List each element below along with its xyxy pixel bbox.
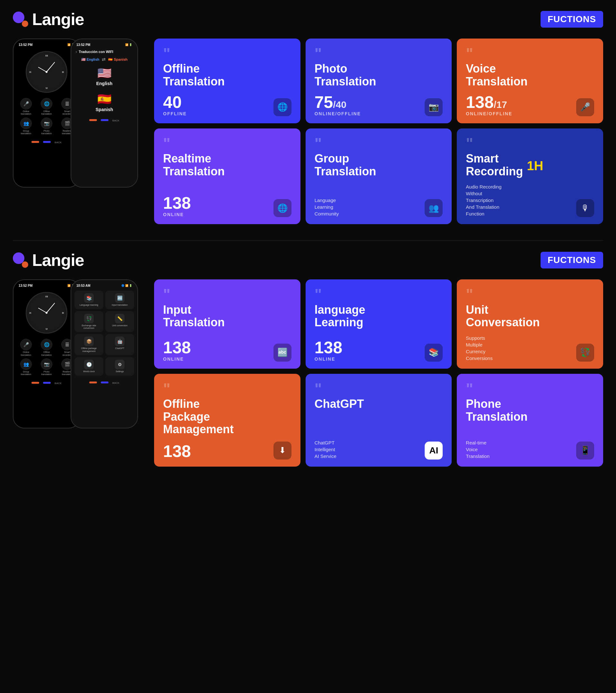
card-icon-btn[interactable]: ⬇ [273, 441, 291, 459]
fuctions-badge-2: FUCTIONS [540, 252, 603, 269]
group-icon: 👥 [20, 358, 32, 370]
card-status: ONLINE [163, 356, 191, 362]
card-language-learning: " languageLearning 138 ONLINE 📚 [306, 279, 452, 369]
list-item[interactable]: 🕐 World clock [75, 357, 103, 375]
card-count: 138 [163, 443, 191, 459]
phone-2a-bottom: BACK [15, 379, 78, 387]
card-icon-btn[interactable]: 🌐 [273, 98, 291, 116]
menu-item-label: Offline packagemanagement [81, 347, 97, 353]
back-label-2b: BACK [112, 381, 119, 384]
phone-2a-time: 13:52 PM [19, 284, 33, 288]
phone-1a-grid: 🎤 Onlinetranslation 🌐 Offlinetranslation… [15, 96, 78, 137]
cards-grid-1: " OfflineTranslation 40 OFFLINE 🌐 " Phot… [154, 39, 603, 224]
phone-icon-label: Grouptranslation [21, 130, 31, 135]
list-item[interactable]: 👥 Grouptranslation [17, 358, 35, 376]
menu-item-label: Exchange rateconversion [82, 324, 96, 330]
quote-icon: " [466, 47, 594, 60]
phone2-nav: ‹ Traducción con WIFI [73, 48, 136, 56]
phone-2a-status: 13:52 PM 📶 🔋 [15, 283, 78, 289]
flag-us-icon: 🇺🇸 [97, 66, 112, 80]
card-bottom: Real-timeVoiceTranslation 📱 [466, 439, 594, 459]
lang-to: 🇪🇸 Spanish [108, 58, 127, 62]
card-voice-translation: " VoiceTranslation 138 /17 ONLINE/OFFLIN… [457, 39, 603, 123]
back-label-1: BACK [55, 141, 62, 144]
card-title: ChatGPT [314, 398, 443, 410]
back-arrow-icon: ‹ [76, 50, 77, 54]
bar-orange-1 [32, 141, 39, 143]
globe-icon: 🌐 [41, 339, 52, 350]
card-count: 138 [163, 339, 191, 356]
list-item[interactable]: 🎤 Onlinetranslation [17, 98, 35, 116]
card-icon-btn[interactable]: 💱 [576, 343, 594, 362]
card-smart-recording: " SmartRecording 1H Audio RecordingWitho… [457, 128, 603, 224]
content-area-2: 13:52 PM 📶 🔋 XII III VI IX [13, 279, 603, 467]
card-icon-btn[interactable]: AI [425, 441, 443, 459]
camera-icon: 📷 [41, 118, 52, 129]
settings-icon: ⚙ [115, 360, 125, 369]
menu-item-label: Language learning [80, 304, 98, 306]
card-bottom: LanguageLearningCommunity 👥 [314, 197, 443, 217]
phone-1b-icons: 📶 🔋 [125, 43, 132, 46]
card-desc: Audio RecordingWithoutTranscriptionAnd T… [466, 183, 501, 217]
book-icon: 📚 [84, 293, 94, 303]
section-1: Langie FUCTIONS 13:52 PM 📶 🔋 XII [0, 0, 616, 240]
logo-1: Langie [13, 9, 84, 29]
card-count-sub: /17 [494, 99, 507, 110]
phone-icon-label: Offlinetranslation [41, 351, 52, 356]
header-1: Langie FUCTIONS [13, 9, 603, 29]
logo-text-1: Langie [32, 9, 84, 29]
list-item[interactable]: 📦 Offline packagemanagement [75, 334, 103, 355]
card-title: InputTranslation [163, 303, 291, 329]
flag-english: 🇺🇸 English [96, 66, 113, 86]
list-item[interactable]: ⚙ Settings [105, 357, 134, 375]
phone-2a: 13:52 PM 📶 🔋 XII III VI IX [13, 279, 80, 429]
list-item[interactable]: 🌐 Offlinetranslation [37, 339, 56, 356]
phone-1a-status: 13:52 PM 📶 🔋 [15, 42, 78, 48]
quote-icon: " [314, 137, 443, 150]
card-icon-btn[interactable]: 🎙 [576, 199, 594, 217]
logo-text-2: Langie [32, 251, 84, 270]
card-bottom: 138 ONLINE 📚 [314, 339, 443, 362]
card-group-translation: " GroupTranslation LanguageLearningCommu… [306, 128, 452, 224]
card-desc: LanguageLearningCommunity [314, 197, 339, 217]
card-title: SmartRecording [466, 152, 523, 178]
card-icon-btn[interactable]: 👥 [425, 199, 443, 217]
phone-2a-clock: XII III VI IX [15, 289, 78, 337]
card-icon-btn[interactable]: 🔤 [273, 343, 291, 362]
section-2: Langie FUCTIONS 13:52 PM 📶 🔋 XII [0, 241, 616, 483]
phone-1a-bottom: BACK [15, 138, 78, 146]
card-icon-btn[interactable]: 📚 [425, 343, 443, 362]
ruler-icon: 📏 [115, 314, 125, 323]
card-icon-btn[interactable]: 🎤 [576, 98, 594, 116]
list-item[interactable]: 🎤 Onlinetranslation [17, 339, 35, 356]
list-item[interactable]: 📷 Phototranslation [37, 118, 56, 135]
cn-12: XII [45, 55, 48, 57]
card-count-sub: /40 [333, 99, 347, 110]
clock-face-2: XII III VI IX [26, 292, 67, 334]
list-item[interactable]: 📷 Phototranslation [37, 358, 56, 376]
clock-min-hand-1 [46, 62, 55, 72]
card-icon-btn[interactable]: 📱 [576, 441, 594, 459]
list-item[interactable]: 📏 Unit conversion [105, 311, 134, 332]
quote-icon: " [314, 47, 443, 60]
swap-icon: ⇄ [102, 57, 106, 62]
phone-2b-icons: 🔵 📶 🔋 [121, 284, 132, 287]
card-title: OfflinePackageManagement [163, 398, 291, 436]
cn2-6: VI [46, 328, 48, 330]
globe-icon: 🌐 [41, 98, 52, 110]
list-item[interactable]: 📚 Language learning [75, 291, 103, 309]
card-icon-btn[interactable]: 🌐 [273, 199, 291, 217]
card-status: OFFLINE [163, 111, 187, 116]
mic-icon: 🎤 [20, 339, 32, 350]
fuctions-badge-1: FUCTIONS [540, 11, 603, 27]
list-item[interactable]: 💱 Exchange rateconversion [75, 311, 103, 332]
quote-icon: " [163, 137, 291, 150]
list-item[interactable]: 👥 Grouptranslation [17, 118, 35, 135]
list-item[interactable]: 🌐 Offlinetranslation [37, 98, 56, 116]
list-item[interactable]: 🤖 ChatGPT [105, 334, 134, 355]
header-2: Langie FUCTIONS [13, 251, 603, 270]
quote-icon: " [163, 47, 291, 60]
phone-menu-grid: 📚 Language learning 🔤 Input translation … [73, 289, 136, 377]
card-icon-btn[interactable]: 📷 [425, 98, 443, 116]
list-item[interactable]: 🔤 Input translation [105, 291, 134, 309]
